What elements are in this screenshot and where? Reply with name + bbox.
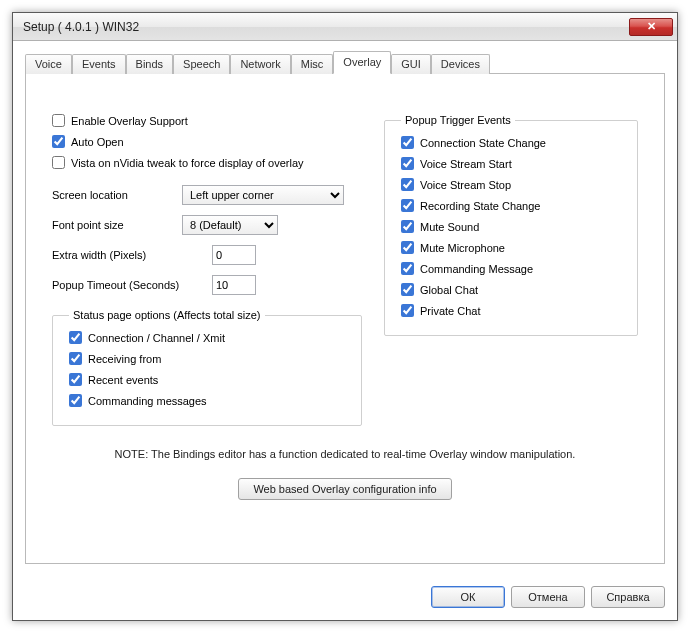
trigger-event-label-4[interactable]: Mute Sound (420, 221, 479, 233)
status-option-checkbox-1[interactable] (69, 352, 82, 365)
status-option-label-2[interactable]: Recent events (88, 374, 158, 386)
trigger-event-label-1[interactable]: Voice Stream Start (420, 158, 512, 170)
cancel-button[interactable]: Отмена (511, 586, 585, 608)
trigger-event-label-7[interactable]: Global Chat (420, 284, 478, 296)
titlebar: Setup ( 4.0.1 ) WIN32 ✕ (13, 13, 677, 41)
trigger-event-label-6[interactable]: Commanding Message (420, 263, 533, 275)
trigger-event-checkbox-6[interactable] (401, 262, 414, 275)
window-title: Setup ( 4.0.1 ) WIN32 (23, 20, 629, 34)
trigger-event-label-8[interactable]: Private Chat (420, 305, 481, 317)
tab-misc[interactable]: Misc (291, 54, 334, 74)
screen-location-select[interactable]: Left upper corner (182, 185, 344, 205)
screen-location-label: Screen location (52, 189, 182, 201)
enable-overlay-checkbox[interactable] (52, 114, 65, 127)
tab-overlay-panel: Enable Overlay Support Auto Open Vista o… (25, 74, 665, 564)
trigger-event-label-2[interactable]: Voice Stream Stop (420, 179, 511, 191)
popup-trigger-legend: Popup Trigger Events (401, 114, 515, 126)
trigger-event-checkbox-8[interactable] (401, 304, 414, 317)
dialog-button-bar: ОК Отмена Справка (13, 576, 677, 620)
close-icon: ✕ (647, 20, 656, 33)
status-option-checkbox-2[interactable] (69, 373, 82, 386)
tab-network[interactable]: Network (230, 54, 290, 74)
status-page-options-group: Status page options (Affects total size)… (52, 309, 362, 426)
auto-open-checkbox[interactable] (52, 135, 65, 148)
overlay-left-column: Enable Overlay Support Auto Open Vista o… (52, 114, 362, 426)
tab-overlay[interactable]: Overlay (333, 51, 391, 74)
close-button[interactable]: ✕ (629, 18, 673, 36)
ok-button[interactable]: ОК (431, 586, 505, 608)
extra-width-label: Extra width (Pixels) (52, 249, 212, 261)
tab-binds[interactable]: Binds (126, 54, 174, 74)
status-option-label-1[interactable]: Receiving from (88, 353, 161, 365)
trigger-event-label-3[interactable]: Recording State Change (420, 200, 540, 212)
popup-timeout-label: Popup Timeout (Seconds) (52, 279, 212, 291)
trigger-event-label-5[interactable]: Mute Microphone (420, 242, 505, 254)
help-button[interactable]: Справка (591, 586, 665, 608)
vista-tweak-label[interactable]: Vista on nVidia tweak to force display o… (71, 157, 304, 169)
popup-trigger-events-group: Popup Trigger Events Connection State Ch… (384, 114, 638, 336)
font-size-select[interactable]: 8 (Default) (182, 215, 278, 235)
tab-speech[interactable]: Speech (173, 54, 230, 74)
trigger-event-checkbox-3[interactable] (401, 199, 414, 212)
auto-open-label[interactable]: Auto Open (71, 136, 124, 148)
trigger-event-checkbox-0[interactable] (401, 136, 414, 149)
status-option-checkbox-0[interactable] (69, 331, 82, 344)
trigger-event-label-0[interactable]: Connection State Change (420, 137, 546, 149)
trigger-event-checkbox-1[interactable] (401, 157, 414, 170)
font-size-label: Font point size (52, 219, 182, 231)
tab-voice[interactable]: Voice (25, 54, 72, 74)
setup-window: Setup ( 4.0.1 ) WIN32 ✕ VoiceEventsBinds… (12, 12, 678, 621)
tab-events[interactable]: Events (72, 54, 126, 74)
popup-timeout-input[interactable] (212, 275, 256, 295)
trigger-event-checkbox-2[interactable] (401, 178, 414, 191)
status-option-label-0[interactable]: Connection / Channel / Xmit (88, 332, 225, 344)
status-option-checkbox-3[interactable] (69, 394, 82, 407)
status-option-label-3[interactable]: Commanding messages (88, 395, 207, 407)
enable-overlay-label[interactable]: Enable Overlay Support (71, 115, 188, 127)
status-page-legend: Status page options (Affects total size) (69, 309, 265, 321)
tab-strip: VoiceEventsBindsSpeechNetworkMiscOverlay… (25, 51, 665, 74)
extra-width-input[interactable] (212, 245, 256, 265)
web-config-button[interactable]: Web based Overlay configuration info (238, 478, 451, 500)
overlay-right-column: Popup Trigger Events Connection State Ch… (384, 114, 638, 426)
trigger-event-checkbox-4[interactable] (401, 220, 414, 233)
client-area: VoiceEventsBindsSpeechNetworkMiscOverlay… (13, 41, 677, 576)
trigger-event-checkbox-5[interactable] (401, 241, 414, 254)
tab-devices[interactable]: Devices (431, 54, 490, 74)
tab-gui[interactable]: GUI (391, 54, 431, 74)
vista-tweak-checkbox[interactable] (52, 156, 65, 169)
trigger-event-checkbox-7[interactable] (401, 283, 414, 296)
bindings-note: NOTE: The Bindings editor has a function… (52, 448, 638, 460)
